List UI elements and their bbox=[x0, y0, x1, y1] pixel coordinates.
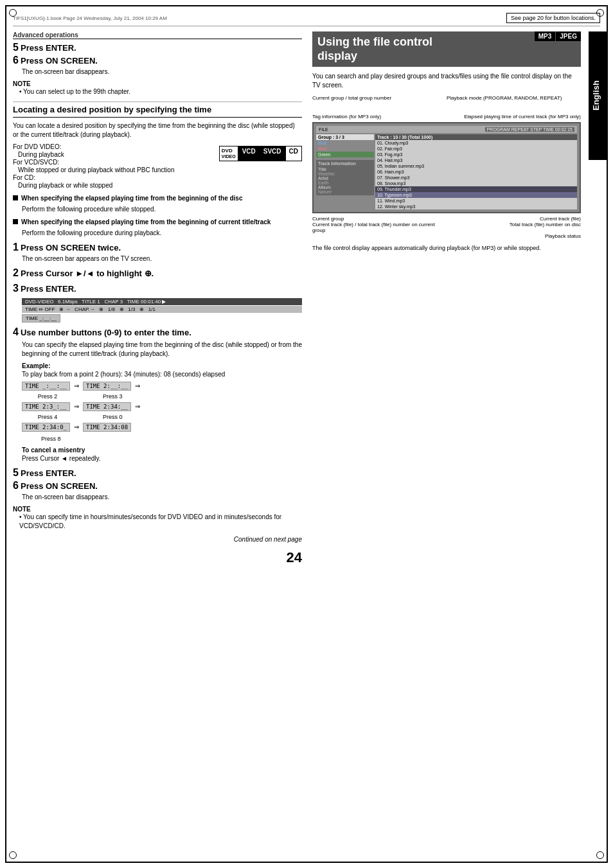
see-page-note: See page 20 for button locations. bbox=[506, 13, 600, 23]
press-2b: Press 0 bbox=[103, 414, 123, 420]
format-info: For DVD VIDEO: During playback For VCD/S… bbox=[13, 143, 302, 189]
step-6-sub: The on-screen bar disappears. bbox=[22, 67, 302, 76]
step-4-title: Use number buttons (0-9) to enter the ti… bbox=[21, 328, 191, 337]
bottom-labels: Current group Current track (file) / tot… bbox=[312, 216, 581, 239]
note-section-2: NOTE • You can specify time in hours/min… bbox=[13, 506, 302, 531]
step-1: 1 Press ON SCREEN twice. bbox=[13, 242, 302, 253]
group-green: Green bbox=[316, 152, 374, 157]
bullet-1-text: When specifying the elapsed playing time… bbox=[21, 194, 242, 203]
during-dvd: During playback bbox=[18, 151, 209, 158]
screen-mock: FILE PROGRAM REPEAT STEP TIME 00:02:15 G… bbox=[312, 122, 581, 213]
track-07: 07. Shower.mp3 bbox=[375, 175, 577, 181]
mp3-badge: MP3 bbox=[535, 31, 556, 41]
jpeg-badge: JPEG bbox=[555, 31, 581, 41]
time-to-3: TIME 2:34:08 bbox=[83, 423, 131, 432]
step-6: 6 Press ON SCREEN. bbox=[13, 55, 302, 66]
corner-mark-br bbox=[596, 851, 604, 859]
step-5b-title: Press ENTER. bbox=[21, 468, 76, 478]
english-sidebar: English bbox=[589, 31, 607, 160]
info-title-label: Title bbox=[318, 167, 372, 172]
label-right-bottom: Current track (file) Total track (file) … bbox=[447, 216, 581, 239]
step-4-body: You can specify the elapsed playing time… bbox=[22, 341, 302, 359]
info-section: Track Information Title Weather Artist E… bbox=[316, 160, 374, 195]
screen-right-panel: Track : 10 / 30 (Total 1000) 01. Cloudy.… bbox=[375, 134, 577, 209]
corner-mark-bl bbox=[9, 851, 17, 859]
badge-svcd: SVCD bbox=[260, 146, 285, 161]
badge-cd: CD bbox=[285, 146, 302, 161]
arrow-5: ⇒ bbox=[74, 423, 79, 430]
file-control-section: MP3 JPEG Using the file control display … bbox=[312, 31, 581, 252]
step-6-num: 6 bbox=[13, 55, 19, 66]
for-dvd: For DVD VIDEO: bbox=[13, 143, 209, 150]
bullet-square-1 bbox=[13, 195, 18, 200]
time-to-2: TIME 2:34:__ bbox=[83, 402, 131, 411]
step-5: 5 Press ENTER. bbox=[13, 42, 302, 53]
main-content: Advanced operations 5 Press ENTER. 6 Pre… bbox=[13, 31, 600, 566]
section-header: Advanced operations bbox=[13, 31, 302, 39]
track-12: 12. Winter sky.mp3 bbox=[375, 204, 577, 209]
label-current-group-bottom: Current group Current track (file) / tot… bbox=[312, 216, 447, 239]
track-11: 11. Wind.mp3 bbox=[375, 198, 577, 204]
dvd-status-bar: DVD-VIDEO 6.1Mbps TITLE 1 CHAP 3 TIME 00… bbox=[22, 298, 302, 305]
group-red: Red bbox=[316, 146, 374, 152]
label-playback-mode: Playback mode (PROGRAM, RANDOM, REPEAT) bbox=[447, 95, 581, 101]
dvd-time-bar: TIME ⇔ OFF ⊕ → CHAP.→ ⊕ 1/8 ⊕ 1/3 ⊕ 1/1 bbox=[22, 306, 302, 313]
for-vcd: For VCD/SVCD: bbox=[13, 159, 209, 166]
press-row-1: Press 2 Press 3 bbox=[22, 393, 302, 400]
time-to-1: TIME 2:__:__ bbox=[83, 382, 131, 391]
page-number: 24 bbox=[13, 549, 302, 566]
press-3: Press 8 bbox=[41, 436, 61, 442]
track-05: 05. Indian summer.mp3 bbox=[375, 163, 577, 169]
note-section-1: NOTE • You can select up to the 99th cha… bbox=[13, 80, 302, 96]
step-5-title: Press ENTER. bbox=[21, 43, 76, 53]
step-6b: 6 Press ON SCREEN. bbox=[13, 480, 302, 492]
file-name: TIFS1[UXUG]-1.book Page 24 Wednesday, Ju… bbox=[13, 15, 167, 21]
step-3-num: 3 bbox=[13, 283, 19, 294]
step-6-title: Press ON SCREEN. bbox=[21, 56, 98, 66]
bullet-2-sub: Perform the following procedure during p… bbox=[22, 229, 302, 238]
group-header: Group : 3 / 3 bbox=[316, 134, 374, 140]
track-06: 06. Hain.mp3 bbox=[375, 169, 577, 175]
cancel-label: To cancel a misentry bbox=[22, 446, 302, 454]
press-2: Press 4 bbox=[22, 414, 73, 420]
track-04: 04. Hail.mp3 bbox=[375, 157, 577, 163]
label-total-track-disc: Total track (file) number on disc bbox=[510, 222, 581, 227]
screen-header-left: FILE bbox=[319, 127, 328, 132]
info-album-value: Nature bbox=[318, 190, 372, 194]
corner-mark-tr bbox=[596, 9, 604, 17]
note-bullet-2: • You can specify time in hours/minutes/… bbox=[19, 513, 302, 531]
badge-vcd: VCD bbox=[238, 146, 260, 161]
step-5b-num: 5 bbox=[13, 467, 19, 478]
step-1-title: Press ON SCREEN twice. bbox=[21, 243, 121, 252]
screen-body: Group : 3 / 3 Blue Red Green Track Infor… bbox=[316, 134, 577, 209]
label-current-track-bottom: Current track (file) bbox=[540, 216, 581, 222]
label-tag-info: Tag information (for MP3 only) bbox=[312, 114, 433, 120]
label-playback-status: Playback status bbox=[545, 233, 581, 239]
display-diagram: Current group / total group number Playb… bbox=[312, 95, 581, 239]
time-sequence: TIME _:__:__ ⇒ TIME 2:__:__ ⇒ Press 2 Pr… bbox=[22, 382, 302, 442]
track-08: 08. Snow.mp3 bbox=[375, 181, 577, 186]
continued-text: Continued on next page bbox=[13, 536, 302, 543]
right-column: English MP3 JPEG Using the file control … bbox=[312, 31, 600, 566]
page-border: TIFS1[UXUG]-1.book Page 24 Wednesday, Ju… bbox=[5, 5, 608, 863]
track-02: 02. Fair.mp3 bbox=[375, 146, 577, 152]
label-current-group: Current group / total group number bbox=[312, 95, 447, 101]
screen-header-right: PROGRAM REPEAT STEP TIME 00:02:15 bbox=[485, 127, 574, 132]
info-label: Track Information bbox=[318, 161, 372, 166]
time-seq-row-2: TIME 2:3_:__ ⇒ TIME 2:34:__ ⇒ bbox=[22, 402, 302, 411]
step-4-num: 4 bbox=[13, 326, 19, 337]
during-vcd: While stopped or during playback without… bbox=[18, 166, 209, 173]
label-current-track-total: Current track (file) / total track (file… bbox=[312, 222, 435, 233]
format-badges-row: DVDVIDEO VCD SVCD CD bbox=[219, 146, 302, 161]
bullet-1-sub: Perform the following procedure while st… bbox=[22, 205, 302, 214]
arrow-4: ⇒ bbox=[135, 403, 140, 410]
subsection-title: Locating a desired position by specifyin… bbox=[13, 105, 302, 118]
for-cd: For CD: bbox=[13, 174, 209, 181]
track-09: 09. Thunder.mp3 bbox=[375, 186, 577, 192]
group-blue: Blue bbox=[316, 140, 374, 146]
label-elapsed: Elapsed playing time of current track (f… bbox=[447, 114, 581, 120]
track-03: 03. Fog.mp3 bbox=[375, 152, 577, 157]
info-album-label: Album bbox=[318, 185, 372, 190]
step-2-num: 2 bbox=[13, 267, 19, 278]
bottom-note: The file control display appears automat… bbox=[312, 244, 581, 252]
